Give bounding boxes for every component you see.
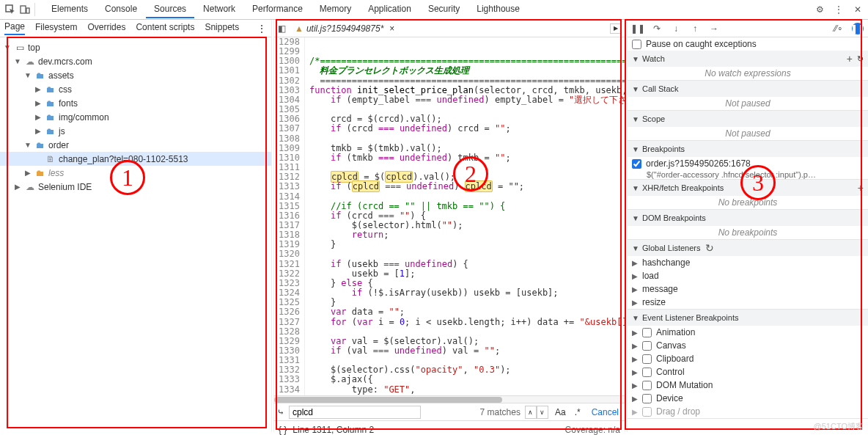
navigator-pane: Page Filesystem Overrides Content script…	[0, 20, 271, 432]
close-icon[interactable]: ×	[389, 23, 394, 34]
xhr-empty: No breakpoints	[628, 196, 868, 209]
regex-toggle[interactable]: .*	[573, 407, 583, 417]
tab-application[interactable]: Application	[360, 1, 419, 18]
listener-item[interactable]: ▶resize	[628, 296, 868, 309]
more-icon[interactable]: ⋮	[257, 23, 267, 34]
svg-rect-2	[26, 8, 29, 13]
event-item[interactable]: ▶Device	[628, 392, 868, 405]
label: less	[48, 168, 64, 178]
gear-icon[interactable]: ⚙	[812, 2, 827, 17]
tree-domain[interactable]: ▼☁dev.mcrs.com	[0, 54, 271, 68]
history-icon[interactable]: ◧	[274, 23, 289, 34]
tree-folder[interactable]: ▼🖿order	[0, 138, 271, 152]
watch-header[interactable]: ▼Watch+↻	[628, 51, 868, 67]
callstack-empty: Not paused	[628, 97, 868, 110]
tab-memory[interactable]: Memory	[312, 1, 359, 18]
step-into-button[interactable]: ↓	[670, 23, 682, 34]
dom-header[interactable]: ▼DOM Breakpoints	[628, 210, 868, 226]
event-item[interactable]: ▶Animation	[628, 326, 868, 339]
more-icon[interactable]: ⋮	[831, 2, 846, 17]
event-header[interactable]: ▼Event Listener Breakpoints	[628, 310, 868, 326]
dom-empty: No breakpoints	[628, 226, 868, 239]
pause-caught-row[interactable]: Pause on caught exceptions	[628, 37, 868, 51]
tree-folder[interactable]: ▶🖿js	[0, 124, 271, 138]
label: order	[48, 140, 69, 150]
global-header[interactable]: ▼Global Listeners↻	[628, 240, 868, 256]
h-scrollbar[interactable]	[274, 395, 625, 403]
braces-icon[interactable]: { }	[279, 425, 287, 435]
inspect-icon[interactable]	[3, 2, 18, 17]
deactivate-bp-button[interactable]: ⁄⁄∘	[833, 23, 845, 34]
pause-caught-checkbox[interactable]	[632, 40, 641, 49]
event-item[interactable]: ▶DOM Mutation	[628, 379, 868, 392]
watch-empty: No watch expressions	[628, 67, 868, 80]
event-item[interactable]: ▶Clipboard	[628, 352, 868, 365]
tab-elements[interactable]: Elements	[43, 1, 96, 18]
refresh-icon[interactable]: ↻	[857, 54, 864, 64]
step-button[interactable]: →	[708, 23, 720, 34]
tab-security[interactable]: Security	[420, 1, 468, 18]
label: assets	[48, 70, 74, 81]
listener-item[interactable]: ▶hashchange	[628, 256, 868, 269]
editor-pane: ◧ ▲ util.js?1594949875* × ▶ 1298 1299 13…	[274, 20, 625, 432]
pause-exceptions-button[interactable]: ❚❚	[852, 23, 864, 34]
tab-snippets[interactable]: Snippets	[205, 22, 239, 34]
search-icon: ⤷	[277, 407, 284, 417]
tab-performance[interactable]: Performance	[244, 1, 311, 18]
label: js	[59, 126, 65, 136]
label: Pause on caught exceptions	[646, 39, 757, 49]
label: dev.mcrs.com	[38, 56, 92, 67]
bp-file: order.js?1594950265:1678	[646, 158, 751, 169]
add-icon[interactable]: +	[858, 182, 864, 194]
file-name: util.js?1594949875*	[306, 23, 383, 34]
callstack-header[interactable]: ▼Call Stack	[628, 81, 868, 97]
close-icon[interactable]: ✕	[850, 2, 865, 17]
listener-item[interactable]: ▶load	[628, 269, 868, 282]
label: img/common	[59, 112, 109, 123]
tree-folder[interactable]: ▶🖿img/common	[0, 110, 271, 124]
panel-tabs: Elements Console Sources Network Perform…	[43, 1, 812, 18]
tab-sources[interactable]: Sources	[146, 1, 194, 18]
breakpoints-header[interactable]: ▼Breakpoints	[628, 141, 868, 157]
tree-folder[interactable]: ▶🖿css	[0, 82, 271, 96]
match-count: 7 matches	[480, 407, 521, 417]
tab-console[interactable]: Console	[97, 1, 145, 18]
label: Selenium IDE	[38, 182, 92, 192]
tab-content-scripts[interactable]: Content scripts	[136, 22, 194, 34]
refresh-icon[interactable]: ↻	[705, 242, 714, 254]
cancel-button[interactable]: Cancel	[592, 407, 619, 417]
next-match-button[interactable]: ∨	[537, 406, 548, 419]
tab-network[interactable]: Network	[195, 1, 243, 18]
case-toggle[interactable]: Aa	[553, 407, 568, 417]
event-item[interactable]: ▶Drag / drop	[628, 405, 868, 418]
tab-lighthouse[interactable]: Lighthouse	[468, 1, 528, 18]
pause-button[interactable]: ❚❚	[632, 23, 644, 34]
scope-header[interactable]: ▼Scope	[628, 111, 868, 127]
prev-match-button[interactable]: ∧	[525, 406, 537, 419]
main-toolbar: Elements Console Sources Network Perform…	[0, 0, 868, 20]
step-out-button[interactable]: ↑	[689, 23, 701, 34]
listener-item[interactable]: ▶message	[628, 282, 868, 296]
annotation-circle-2: 2	[453, 156, 488, 191]
warning-icon: ▲	[295, 23, 304, 34]
tab-page[interactable]: Page	[4, 21, 25, 35]
device-icon[interactable]	[18, 2, 32, 17]
coverage-status: Coverage: n/a	[565, 425, 620, 435]
tree-folder[interactable]: ▶🖿fonts	[0, 96, 271, 110]
tab-overrides[interactable]: Overrides	[87, 22, 125, 34]
bp-checkbox[interactable]	[632, 159, 641, 169]
add-icon[interactable]: +	[847, 53, 853, 65]
file-tabs: ◧ ▲ util.js?1594949875* × ▶	[274, 20, 625, 37]
tree-top[interactable]: ▼▭top	[0, 40, 271, 54]
line-gutter: 1298 1299 1300 1301 1302 1303 1304 1305 …	[274, 37, 305, 395]
event-item[interactable]: ▶Canvas	[628, 339, 868, 352]
source-code[interactable]: /*======================================…	[305, 37, 625, 395]
code-editor[interactable]: 1298 1299 1300 1301 1302 1303 1304 1305 …	[274, 37, 625, 395]
file-tab[interactable]: ▲ util.js?1594949875* ×	[289, 22, 400, 35]
tab-filesystem[interactable]: Filesystem	[35, 22, 77, 34]
tree-folder[interactable]: ▼🖿assets	[0, 68, 271, 82]
search-input[interactable]	[289, 406, 421, 419]
event-item[interactable]: ▶Control	[628, 365, 868, 379]
run-icon[interactable]: ▶	[610, 23, 622, 34]
step-over-button[interactable]: ↷	[651, 23, 663, 34]
